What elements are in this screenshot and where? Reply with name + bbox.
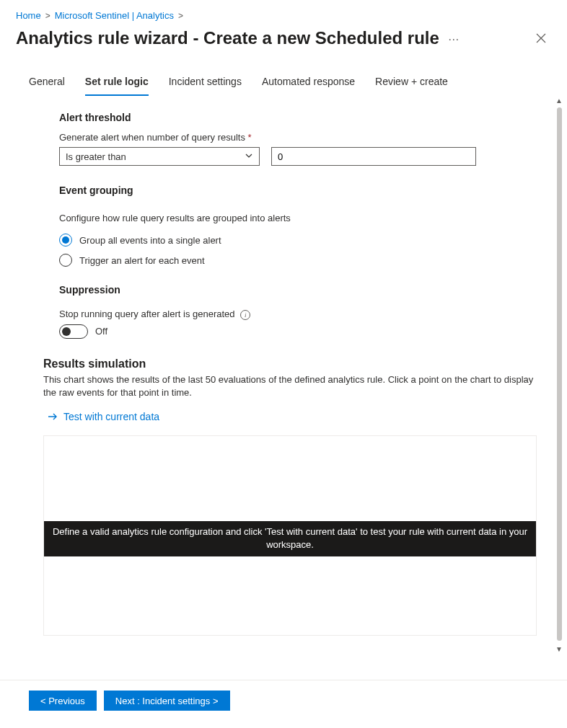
section-suppression-title: Suppression	[59, 284, 537, 296]
event-grouping-desc: Configure how rule query results are gro…	[59, 212, 537, 225]
scroll-down-icon[interactable]: ▼	[555, 644, 563, 654]
alert-threshold-label-text: Generate alert when number of query resu…	[59, 132, 245, 143]
suppression-label-text: Stop running query after alert is genera…	[59, 308, 235, 319]
results-chart-placeholder: Define a valid analytics rule configurat…	[43, 435, 537, 636]
page-header: Analytics rule wizard - Create a new Sch…	[0, 25, 567, 57]
breadcrumb-home[interactable]: Home	[16, 10, 41, 21]
alert-threshold-label: Generate alert when number of query resu…	[59, 132, 537, 143]
breadcrumb-sentinel[interactable]: Microsoft Sentinel | Analytics	[55, 10, 174, 21]
toggle-thumb	[62, 327, 71, 336]
content-area: Alert threshold Generate alert when numb…	[0, 96, 567, 654]
breadcrumb-separator: >	[45, 11, 50, 21]
tab-automated-response[interactable]: Automated response	[262, 70, 355, 96]
results-desc: This chart shows the results of the last…	[43, 373, 537, 399]
close-icon	[536, 33, 546, 43]
more-icon[interactable]: …	[448, 31, 460, 43]
breadcrumb-separator: >	[178, 11, 183, 21]
previous-button[interactable]: < Previous	[29, 691, 97, 711]
section-alert-threshold-title: Alert threshold	[59, 112, 537, 123]
required-asterisk: *	[248, 132, 252, 143]
page-title: Analytics rule wizard - Create a new Sch…	[16, 28, 439, 48]
threshold-value-input[interactable]	[271, 147, 476, 166]
radio-label-single: Group all events into a single alert	[79, 235, 221, 246]
arrow-right-icon	[48, 412, 58, 422]
radio-icon-unchecked	[59, 254, 72, 267]
test-with-current-data-link[interactable]: Test with current data	[48, 411, 537, 422]
suppression-label: Stop running query after alert is genera…	[59, 308, 537, 320]
scrollbar[interactable]: ▲ ▼	[554, 96, 564, 654]
threshold-operator-select[interactable]: Is greater than	[59, 147, 260, 166]
info-icon[interactable]: i	[240, 310, 250, 320]
wizard-footer: < Previous Next : Incident settings >	[0, 680, 567, 728]
wizard-tabs: General Set rule logic Incident settings…	[0, 70, 567, 96]
radio-trigger-each-event[interactable]: Trigger an alert for each event	[59, 254, 537, 267]
suppression-toggle[interactable]	[59, 324, 88, 339]
tab-review-create[interactable]: Review + create	[375, 70, 448, 96]
scroll-thumb[interactable]	[557, 107, 562, 641]
threshold-operator-value: Is greater than	[66, 151, 126, 162]
tab-general[interactable]: General	[29, 70, 65, 96]
close-button[interactable]	[531, 28, 551, 48]
suppression-toggle-state: Off	[95, 326, 107, 337]
breadcrumb: Home > Microsoft Sentinel | Analytics >	[0, 0, 567, 25]
section-event-grouping-title: Event grouping	[59, 185, 537, 196]
test-link-label: Test with current data	[63, 411, 159, 422]
radio-icon-checked	[59, 234, 72, 247]
scroll-up-icon[interactable]: ▲	[555, 96, 563, 106]
chart-overlay-message: Define a valid analytics rule configurat…	[44, 521, 536, 556]
radio-group-single-alert[interactable]: Group all events into a single alert	[59, 234, 537, 247]
radio-label-each: Trigger an alert for each event	[79, 255, 205, 266]
tab-set-rule-logic[interactable]: Set rule logic	[85, 70, 149, 96]
tab-incident-settings[interactable]: Incident settings	[169, 70, 242, 96]
next-button[interactable]: Next : Incident settings >	[104, 691, 230, 711]
section-results-title: Results simulation	[43, 358, 537, 370]
chevron-down-icon	[245, 151, 253, 162]
